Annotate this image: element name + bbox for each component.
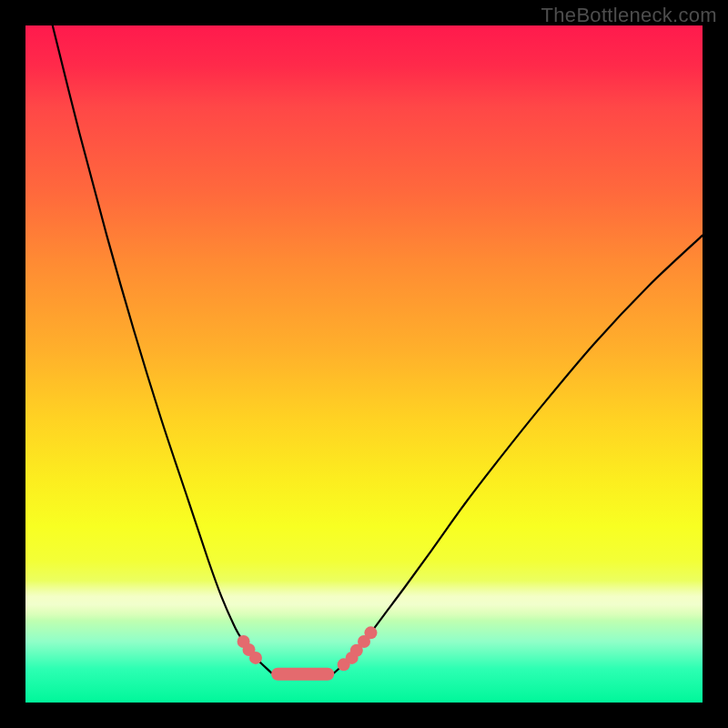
highlight-dot (249, 652, 262, 664)
highlight-dots-group (238, 626, 378, 671)
curve-left-branch (53, 25, 271, 672)
plot-area (25, 25, 703, 703)
valley-marker-bar (271, 668, 334, 681)
chart-frame: TheBottleneck.com (0, 0, 728, 728)
curve-layer (25, 25, 703, 703)
highlight-dot (364, 626, 377, 639)
curve-right-branch (334, 236, 703, 673)
watermark-text: TheBottleneck.com (541, 4, 717, 27)
